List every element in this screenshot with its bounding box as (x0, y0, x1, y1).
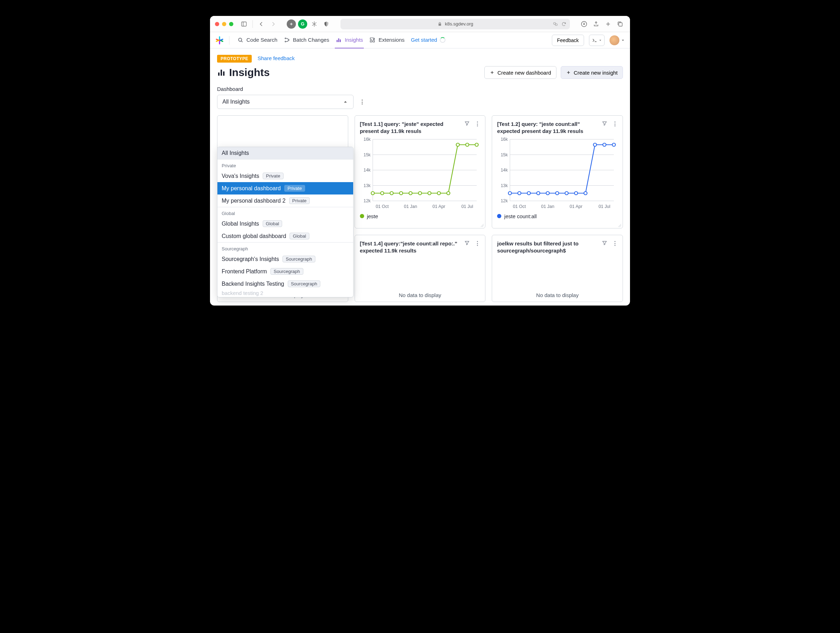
svg-point-73 (546, 191, 549, 195)
dropdown-item-all[interactable]: All Insights (218, 147, 353, 159)
dropdown-item-label: Backend Insights Testing (222, 281, 284, 287)
dropdown-item[interactable]: Global Insights Global (218, 217, 353, 230)
svg-rect-16 (336, 40, 338, 42)
filter-icon[interactable] (602, 240, 607, 246)
button-label: Create new dashboard (497, 70, 551, 76)
dashboard-dropdown: All Insights Private Vova's Insights Pri… (217, 147, 354, 298)
svg-text:15k: 15k (363, 152, 371, 157)
svg-point-44 (390, 191, 393, 195)
back-icon[interactable] (256, 19, 266, 29)
svg-point-14 (285, 41, 286, 42)
card-menu-kebab[interactable]: ⋮ (612, 240, 617, 247)
svg-point-77 (584, 191, 587, 195)
no-data-message: No data to display (360, 255, 480, 299)
browser-titlebar: G k8s.sgdev.org (210, 16, 630, 32)
insight-chart: 12k13k14k15k16k01 Oct01 Jan01 Apr01 Jul (360, 136, 480, 212)
svg-point-42 (371, 191, 374, 195)
dropdown-item-tag: Private (263, 172, 283, 179)
reload-icon[interactable] (561, 22, 566, 27)
plus-icon (566, 70, 571, 75)
dropdown-group-global: Global (218, 207, 353, 217)
downloads-icon[interactable] (579, 19, 589, 29)
plus-icon (489, 70, 494, 75)
svg-point-45 (399, 191, 403, 195)
dropdown-group-private: Private (218, 160, 353, 170)
keyboard-shortcuts-button[interactable] (589, 35, 605, 46)
sidebar-toggle-icon[interactable] (239, 19, 249, 29)
svg-text:01 Jul: 01 Jul (598, 204, 610, 209)
search-icon (237, 37, 243, 43)
svg-text:01 Apr: 01 Apr (570, 204, 583, 209)
terminal-icon (592, 37, 598, 43)
card-menu-kebab[interactable]: ⋮ (475, 120, 480, 127)
svg-point-46 (409, 191, 412, 195)
card-menu-kebab[interactable]: ⋮ (612, 120, 617, 127)
insight-card-test-1-4: [Test 1.4] query:"jeste count:all repo:.… (355, 235, 486, 302)
dropdown-item[interactable]: Vova's Insights Private (218, 170, 353, 182)
translate-icon[interactable] (553, 22, 558, 27)
resize-handle[interactable] (479, 222, 484, 227)
svg-point-11 (238, 38, 242, 41)
svg-point-78 (594, 143, 597, 146)
svg-point-53 (475, 143, 478, 146)
nav-insights[interactable]: Insights (335, 32, 364, 49)
svg-point-47 (418, 191, 422, 195)
feedback-button[interactable]: Feedback (552, 35, 584, 46)
dropdown-item-label: Sourcegraph's Insights (222, 256, 279, 263)
svg-text:14k: 14k (363, 168, 371, 172)
card-title: [Test 1.2] query: "jeste count:all" expe… (497, 120, 597, 135)
nav-batch-changes[interactable]: Batch Changes (283, 32, 330, 49)
dashboard-selector[interactable]: All Insights (217, 95, 354, 109)
svg-rect-9 (619, 23, 622, 26)
sourcegraph-logo-icon[interactable] (215, 36, 224, 45)
extension-snowflake-icon[interactable] (309, 19, 319, 29)
chevron-down-icon (621, 38, 625, 43)
dashboard-selector-value: All Insights (223, 99, 249, 105)
nav-extensions[interactable]: Extensions (369, 32, 405, 49)
dropdown-item[interactable]: Backend Insights Testing Sourcegraph (218, 278, 353, 290)
svg-text:12k: 12k (501, 198, 508, 203)
dropdown-item-tag: Sourcegraph (288, 280, 320, 287)
dropdown-item[interactable]: Frontend Platform Sourcegraph (218, 265, 353, 278)
app-topnav: Code Search Batch Changes Insights Exten… (210, 32, 630, 49)
new-tab-icon[interactable] (603, 19, 613, 29)
insight-card-test-1-2: [Test 1.2] query: "jeste count:all" expe… (492, 115, 623, 228)
svg-point-49 (437, 191, 441, 195)
svg-text:15k: 15k (501, 152, 508, 157)
nav-code-search[interactable]: Code Search (237, 32, 278, 49)
dropdown-item-tag: Private (284, 185, 305, 191)
nav-get-started[interactable]: Get started (410, 32, 446, 49)
dropdown-item[interactable]: Sourcegraph's Insights Sourcegraph (218, 253, 353, 265)
user-menu[interactable] (609, 35, 625, 45)
resize-handle[interactable] (617, 222, 621, 227)
tabs-overview-icon[interactable] (615, 19, 625, 29)
share-feedback-link[interactable]: Share feedback (257, 55, 295, 61)
extension-shield-icon[interactable] (321, 19, 331, 29)
filter-icon[interactable] (464, 120, 470, 126)
svg-rect-0 (242, 22, 246, 26)
chevron-up-icon (343, 99, 348, 104)
dropdown-item[interactable]: Custom global dashboard Global (218, 230, 353, 242)
create-insight-button[interactable]: Create new insight (561, 66, 623, 79)
svg-point-76 (575, 191, 578, 195)
dashboard-menu-kebab[interactable]: ⋮ (358, 99, 366, 105)
extension-grammarly-icon[interactable]: G (298, 19, 307, 28)
create-dashboard-button[interactable]: Create new dashboard (484, 66, 556, 79)
dropdown-item[interactable]: My personal dashboard 2 Private (218, 195, 353, 207)
svg-point-71 (527, 191, 531, 195)
svg-point-80 (612, 143, 616, 146)
dropdown-item-selected[interactable]: My personal dashboard Private (218, 182, 353, 195)
chevron-down-icon (598, 38, 602, 42)
filter-icon[interactable] (602, 120, 607, 126)
window-traffic-lights[interactable] (215, 22, 233, 26)
dropdown-item-tag: Sourcegraph (270, 268, 303, 275)
filter-icon[interactable] (464, 240, 470, 246)
extension-circle-plus-icon[interactable] (287, 19, 296, 28)
dropdown-item-tag: Global (289, 233, 309, 239)
svg-rect-21 (221, 70, 222, 76)
no-data-message: No data to display (497, 255, 617, 299)
share-icon[interactable] (591, 19, 601, 29)
card-title: [Test 1.1] query: "jeste" expected prese… (360, 120, 460, 135)
legend-swatch (360, 214, 364, 218)
address-bar[interactable]: k8s.sgdev.org (341, 19, 570, 29)
